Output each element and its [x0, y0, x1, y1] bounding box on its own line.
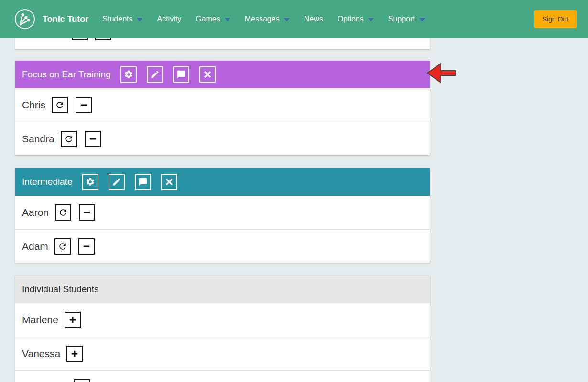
x-icon — [203, 70, 212, 79]
remove-student-button[interactable] — [85, 131, 101, 147]
add-student-button[interactable] — [74, 379, 90, 382]
delete-button[interactable] — [199, 66, 216, 83]
gear-icon — [124, 70, 133, 79]
add-student-button[interactable] — [66, 346, 83, 362]
chevron-down-icon — [419, 18, 425, 21]
settings-button[interactable] — [120, 66, 137, 83]
nav-item-games[interactable]: Games — [189, 10, 237, 28]
sign-out-button[interactable]: Sign Out — [534, 10, 577, 28]
group-title: Individual Students — [22, 284, 99, 295]
student-row-adam: Adam — [15, 229, 430, 263]
nav-item-label: Messages — [245, 15, 280, 23]
clipped-button[interactable] — [95, 38, 111, 40]
minus-icon — [79, 100, 88, 110]
comment-icon — [138, 177, 148, 187]
refresh-button[interactable] — [61, 131, 77, 147]
student-name: Sandra — [22, 133, 54, 145]
student-name: Vanessa — [22, 348, 60, 360]
refresh-icon — [58, 208, 68, 217]
chevron-down-icon — [284, 18, 290, 21]
minus-icon — [88, 134, 98, 144]
pencil-icon — [112, 177, 121, 187]
group-title: Focus on Ear Training — [22, 69, 111, 80]
top-navbar: Tonic Tutor StudentsActivityGamesMessage… — [0, 0, 588, 38]
delete-button[interactable] — [161, 174, 177, 190]
student-row-marlene: Marlene — [15, 303, 430, 337]
minus-icon — [82, 242, 91, 251]
nav-item-label: Support — [388, 15, 415, 23]
student-row-aaron: Aaron — [15, 196, 430, 229]
group-header-actions — [120, 66, 216, 83]
group-individual-students: Individual StudentsMarleneVanessa — [15, 276, 430, 382]
main-nav: StudentsActivityGamesMessagesNewsOptions… — [96, 10, 433, 28]
brand-title: Tonic Tutor — [43, 14, 88, 24]
nav-item-support[interactable]: Support — [381, 10, 432, 28]
red-pointer-arrow — [426, 62, 457, 84]
tonic-tutor-logo-icon — [14, 9, 35, 30]
nav-item-label: Activity — [157, 15, 181, 23]
group-header-actions — [82, 174, 177, 190]
group-focus-on-ear-training: Focus on Ear TrainingChrisSandra — [15, 61, 430, 155]
nav-item-label: News — [304, 15, 323, 23]
minus-icon — [82, 208, 92, 217]
chevron-down-icon — [225, 18, 230, 21]
refresh-icon — [55, 100, 65, 110]
group-title: Intermediate — [22, 177, 73, 187]
add-student-button[interactable] — [65, 312, 81, 328]
group-intermediate: IntermediateAaronAdam — [15, 168, 430, 263]
student-name: Adam — [22, 241, 48, 252]
student-row-partial — [15, 370, 430, 382]
refresh-button[interactable] — [54, 238, 71, 255]
group-header: Intermediate — [15, 168, 430, 196]
edit-button[interactable] — [109, 174, 125, 190]
comment-icon — [176, 70, 186, 79]
nav-item-options[interactable]: Options — [331, 10, 381, 28]
nav-item-activity[interactable]: Activity — [150, 10, 188, 28]
refresh-icon — [58, 242, 67, 251]
remove-student-button[interactable] — [76, 97, 92, 113]
pencil-icon — [150, 70, 160, 79]
student-row-vanessa: Vanessa — [15, 337, 430, 370]
chevron-down-icon — [368, 18, 374, 21]
nav-item-label: Games — [196, 15, 220, 23]
student-groups-page: Focus on Ear TrainingChrisSandraIntermed… — [15, 38, 430, 382]
student-name: Marlene — [22, 314, 58, 326]
clipped-button[interactable] — [72, 38, 88, 40]
chevron-down-icon — [137, 18, 142, 21]
comment-button[interactable] — [135, 174, 151, 190]
edit-button[interactable] — [147, 66, 163, 83]
plus-icon — [68, 315, 77, 325]
settings-button[interactable] — [82, 174, 98, 190]
nav-item-label: Options — [338, 15, 364, 23]
student-row-chris: Chris — [15, 88, 430, 122]
gear-icon — [86, 177, 95, 187]
refresh-icon — [64, 134, 74, 144]
clipped-previous-row — [15, 38, 430, 49]
nav-item-students[interactable]: Students — [96, 10, 149, 28]
plus-icon — [70, 349, 79, 359]
remove-student-button[interactable] — [78, 238, 95, 255]
x-icon — [164, 177, 174, 187]
group-header: Focus on Ear Training — [15, 61, 430, 88]
refresh-button[interactable] — [55, 204, 71, 221]
remove-student-button[interactable] — [79, 204, 95, 221]
student-name: Aaron — [22, 207, 49, 218]
student-row-sandra: Sandra — [15, 122, 430, 155]
comment-button[interactable] — [173, 66, 189, 83]
nav-item-label: Students — [102, 15, 132, 23]
nav-item-messages[interactable]: Messages — [238, 10, 296, 28]
student-name: Chris — [22, 99, 45, 111]
refresh-button[interactable] — [52, 97, 68, 113]
group-header: Individual Students — [15, 276, 430, 303]
nav-item-news[interactable]: News — [297, 10, 330, 28]
